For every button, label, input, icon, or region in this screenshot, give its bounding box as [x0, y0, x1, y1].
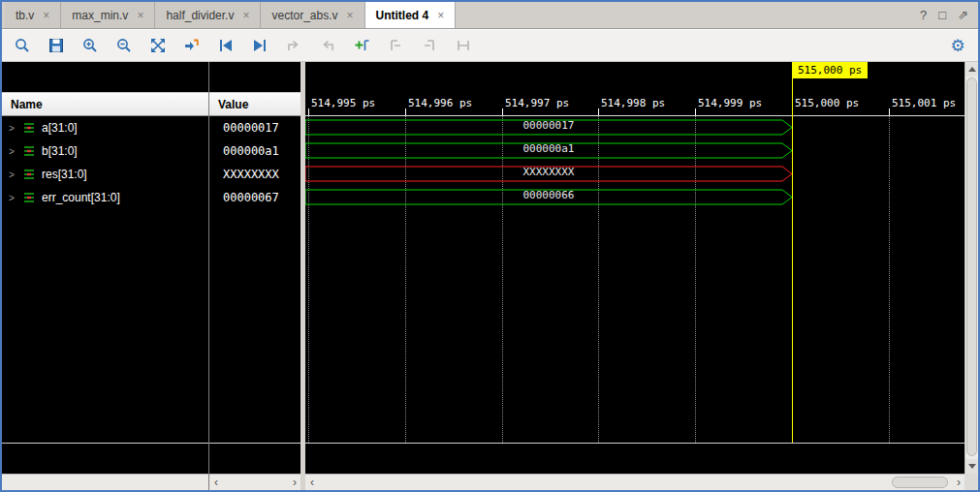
wave-bus-b[interactable]: 000000a1: [305, 142, 792, 159]
tab-label: tb.v: [16, 9, 34, 22]
signal-value-rows: 00000017 000000a1 XXXXXXXX 00000067: [209, 116, 300, 209]
close-icon[interactable]: ×: [437, 9, 444, 22]
wave-bus-err-count[interactable]: 00000066: [305, 189, 792, 205]
swap-cursor-button-disabled[interactable]: [283, 35, 304, 56]
scroll-right-icon[interactable]: ›: [293, 475, 297, 490]
scroll-left-icon[interactable]: ‹: [310, 475, 314, 490]
signal-name: b[31:0]: [42, 144, 78, 158]
tab-vector-abs-v[interactable]: vector_abs.v ×: [261, 2, 364, 28]
bus-icon: [23, 169, 36, 180]
close-icon[interactable]: ×: [242, 9, 249, 22]
zoom-fit-icon: [149, 37, 167, 54]
ruler-tick-label: 514,995 ps: [311, 97, 375, 109]
find-button[interactable]: [12, 35, 33, 56]
go-to-time-button[interactable]: [181, 35, 203, 56]
zoom-out-button[interactable]: [113, 35, 135, 56]
tab-label: half_divider.v: [166, 9, 234, 22]
wave-hscrollbar[interactable]: ‹ ›: [305, 474, 964, 490]
float-icon[interactable]: ⇗: [958, 8, 968, 22]
time-ruler[interactable]: 514,995 ps 514,996 ps 514,997 ps 514,998…: [305, 92, 964, 116]
tab-half-divider-v[interactable]: half_divider.v ×: [155, 2, 261, 28]
tab-tb-v[interactable]: tb.v ×: [5, 2, 61, 28]
snap-to-transition-icon: [455, 37, 472, 54]
tab-label: vector_abs.v: [271, 9, 337, 22]
signal-value: 00000067: [209, 186, 300, 209]
signal-name: res[31:0]: [42, 168, 87, 181]
signal-value: 00000017: [209, 116, 300, 139]
values-hscrollbar[interactable]: ‹ ›: [209, 474, 300, 490]
signal-row-res[interactable]: > res[31:0]: [2, 163, 208, 186]
value-column-header: Value: [209, 92, 300, 116]
time-gridline: [889, 116, 890, 443]
close-icon[interactable]: ×: [347, 9, 354, 22]
ruler-tick-mark: [695, 108, 696, 115]
signal-name: err_count[31:0]: [42, 191, 120, 204]
tab-max-min-v[interactable]: max_min.v ×: [61, 2, 155, 28]
settings-button[interactable]: ⚙: [947, 35, 968, 56]
close-icon[interactable]: ×: [43, 9, 49, 22]
ruler-tick-label: 514,997 ps: [505, 97, 569, 109]
name-column-header: Name: [2, 92, 208, 116]
search-icon: [14, 37, 31, 54]
ruler-tick-label: 514,996 ps: [408, 97, 472, 109]
move-cursor-icon: [319, 37, 336, 54]
panel-divider-line: [305, 443, 964, 444]
scroll-down-button[interactable]: [965, 459, 978, 474]
value-header-label: Value: [218, 98, 248, 111]
previous-transition-icon: [217, 37, 235, 54]
maximize-icon[interactable]: □: [938, 8, 946, 22]
tab-label: max_min.v: [72, 9, 128, 22]
ruler-tick-mark: [405, 108, 406, 115]
expand-chevron-icon[interactable]: >: [9, 146, 17, 157]
zoom-fit-button[interactable]: [147, 35, 169, 56]
zoom-in-icon: [81, 37, 99, 54]
ruler-tick-label: 514,999 ps: [698, 97, 762, 109]
move-cursor-button-disabled[interactable]: [317, 35, 338, 56]
zoom-in-button[interactable]: [79, 35, 101, 56]
expand-chevron-icon[interactable]: >: [9, 123, 17, 134]
previous-transition-button[interactable]: [215, 35, 237, 56]
signal-row-err-count[interactable]: > err_count[31:0]: [2, 186, 208, 209]
scroll-down-icon: [968, 464, 976, 469]
help-icon[interactable]: ?: [920, 8, 927, 22]
scroll-left-icon[interactable]: ‹: [214, 475, 218, 490]
close-icon[interactable]: ×: [137, 9, 143, 22]
signal-row-b[interactable]: > b[31:0]: [2, 139, 208, 163]
swap-cursor-icon: [285, 37, 302, 54]
snap-to-transition-button-disabled[interactable]: [453, 35, 474, 56]
waveform-viewer-window: tb.v × max_min.v × half_divider.v × vect…: [0, 0, 980, 492]
bus-value-label: 00000066: [305, 189, 792, 201]
hscrollbar-thumb[interactable]: [892, 477, 948, 488]
vscrollbar-thumb[interactable]: [966, 77, 977, 456]
scroll-right-icon[interactable]: ›: [957, 475, 961, 490]
ruler-tick-label: 515,000 ps: [795, 97, 859, 109]
next-transition-icon: [251, 37, 269, 54]
bus-icon: [23, 192, 36, 203]
ruler-tick-mark: [889, 108, 890, 115]
names-hscrollbar[interactable]: [2, 474, 208, 490]
bus-value-label: XXXXXXXX: [305, 166, 792, 178]
previous-marker-button-disabled[interactable]: [385, 35, 406, 56]
signal-name: a[31:0]: [42, 121, 78, 135]
wave-bus-a[interactable]: 00000017: [305, 119, 792, 136]
tab-untitled-4[interactable]: Untitled 4 ×: [365, 2, 457, 28]
waveform-panel[interactable]: 514,995 ps 514,996 ps 514,997 ps 514,998…: [305, 62, 964, 490]
time-cursor-line[interactable]: [792, 78, 793, 443]
wave-vscrollbar[interactable]: [964, 62, 978, 474]
signal-name-rows: > a[31:0] > b[31:0] >: [2, 116, 208, 209]
tab-label: Untitled 4: [376, 9, 429, 22]
save-icon: [47, 37, 65, 54]
scroll-up-button[interactable]: [965, 62, 978, 77]
add-marker-button[interactable]: [351, 35, 372, 56]
expand-chevron-icon[interactable]: >: [9, 193, 17, 203]
wave-window-body: Name > a[31:0] > b[31:0: [2, 62, 978, 490]
next-marker-button-disabled[interactable]: [419, 35, 440, 56]
time-cursor-label[interactable]: 515,000 ps: [792, 62, 868, 78]
next-transition-button[interactable]: [249, 35, 270, 56]
panel-divider-line: [2, 443, 208, 444]
save-button[interactable]: [46, 35, 67, 56]
expand-chevron-icon[interactable]: >: [9, 169, 17, 180]
signal-row-a[interactable]: > a[31:0]: [2, 116, 208, 139]
name-header-label: Name: [11, 98, 43, 111]
wave-bus-res[interactable]: XXXXXXXX: [305, 166, 792, 182]
